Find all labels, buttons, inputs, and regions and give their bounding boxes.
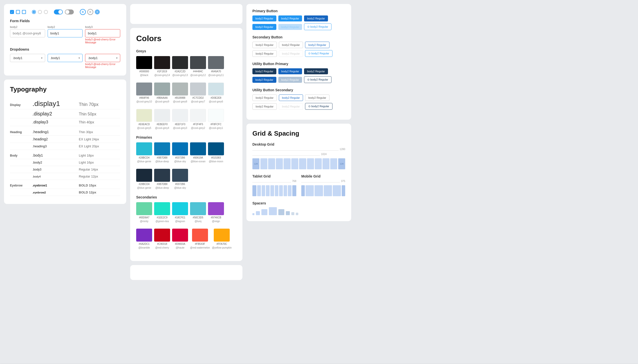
typography-title: Typography — [10, 86, 120, 93]
primary-btn-4[interactable]: body2 Regular — [252, 24, 276, 30]
primary-btn-1[interactable]: body2 Regular — [252, 16, 276, 22]
utility-primary-btn-2[interactable]: body2 Regular — [278, 68, 302, 74]
swatch-color-haute — [172, 228, 188, 242]
swatch-hex-turq: #50C3D5 — [193, 216, 203, 219]
swatch-name-watermelon: @red-watermelon — [190, 246, 210, 249]
input-field-1[interactable] — [10, 29, 45, 38]
toggle-off[interactable] — [65, 10, 74, 14]
ruler-label-768: 768 — [291, 180, 296, 182]
ruler-line-1280 — [252, 150, 345, 150]
swatch-hex-watermelon: #FB543F — [195, 242, 205, 245]
placeholder-card-bottom — [130, 265, 242, 280]
primary-btn-3[interactable]: body2 Regular — [304, 16, 328, 22]
checkbox-checked[interactable] — [10, 10, 14, 14]
swatch-name-blue-ocean: @blue-ocean — [191, 160, 206, 163]
greys-row-3: #E6EACD @cool-grey5 #EBEEF0 @cool-grey4 … — [136, 109, 236, 130]
utility-primary-btn-6[interactable]: ⊙ body2 Regular — [304, 76, 331, 83]
swatch-blue-deep: #0B7DB8 @blue-deep — [154, 142, 170, 163]
dropdown-2[interactable]: .body1 ▾ — [48, 54, 83, 62]
dropdown-3[interactable]: .body1 ▾ — [85, 54, 120, 62]
swatch-grey13: #2A2C2D @cool-grey13 — [172, 56, 188, 76]
utility-secondary-btn-1[interactable]: body2 Regular — [252, 94, 277, 101]
swatch-name-blue-sky: @blue-sky — [174, 160, 186, 163]
swatch-name-blue-sky-dark: @blue-sky — [174, 186, 186, 189]
secondary-btn-6[interactable]: ⊙ body2 Regular — [305, 50, 332, 57]
ruler-line-1024 — [252, 155, 327, 156]
type-name-heading3: .heading3 — [33, 144, 74, 148]
utility-secondary-btn-2[interactable]: body2 Regular — [279, 94, 303, 101]
swatch-color-grey14 — [154, 56, 170, 69]
radio-empty1[interactable] — [38, 10, 42, 14]
type-category-display: Display — [10, 103, 28, 107]
input-field-3-error[interactable] — [85, 29, 120, 38]
swatch-color-grey11 — [208, 56, 224, 69]
swatch-hex-grey4: #EBEEF0 — [157, 123, 168, 126]
dropdown-1[interactable]: .body1 ▾ — [10, 54, 45, 62]
swatch-hex-grey13: #2A2C2D — [175, 70, 185, 73]
swatch-color-blue-moon — [208, 142, 224, 155]
secondaries-row-2: #4A2DC1 @bramble #C90318 @red-cherry #D9… — [136, 228, 236, 249]
secondary-btn-4[interactable]: body2 Regular — [252, 50, 277, 57]
utility-secondary-btn-3[interactable]: body2 Regular — [305, 94, 329, 101]
secondary-btn-2[interactable]: body2 Regular — [279, 42, 303, 48]
utility-secondary-btn-4[interactable]: body2 Regular — [252, 103, 277, 110]
primary-btn-2[interactable]: body2 Regular — [278, 16, 302, 22]
mobile-col-1 — [306, 185, 314, 196]
toggle-on[interactable] — [54, 10, 63, 14]
swatch-name-blue-deep-dark: @blue-deep — [155, 186, 169, 189]
swatch-haute: #D9003A @haute — [172, 228, 188, 249]
greys-label: Greys — [136, 49, 236, 53]
chevron-down-icon-2: ▾ — [79, 56, 80, 59]
swatch-black: #000000 @black — [136, 56, 152, 76]
close-icon-blue[interactable]: ✕ — [80, 9, 86, 15]
swatch-hex-grey14: #1F1919 — [157, 70, 167, 73]
dropdowns-label: Dropdowns — [10, 47, 120, 51]
type-spec-body3: Regular 14px — [79, 168, 120, 171]
secondary-btn-1[interactable]: body2 Regular — [252, 42, 277, 48]
swatch-hex-green-tea: #1EE2C9 — [157, 216, 168, 219]
primary-btn-5[interactable]: body2 Regular — [278, 24, 302, 30]
type-spec-display1: Thin 70px — [79, 102, 120, 107]
input-group-1: body2 — [10, 26, 45, 44]
radio-checked[interactable] — [32, 10, 36, 14]
swatch-color-blue-sky — [172, 142, 188, 155]
utility-primary-btn-3[interactable]: body2 Regular — [304, 68, 328, 74]
swatch-name-bramble: @bramble — [138, 246, 150, 249]
swatch-red-cherry: #C90318 @red-cherry — [154, 228, 170, 249]
swatch-hex-blue-sky-dark: #0372B6 — [175, 183, 185, 186]
swatch-blue-genie-dark: #28BCD4 @blue-genie — [136, 169, 152, 189]
swatch-hex-reign: #9746CB — [211, 216, 221, 219]
mobile-grid-vis — [301, 185, 345, 196]
checkbox-square[interactable] — [22, 10, 26, 14]
swatch-grey7: #C7CDD2 @cool-grey7 — [190, 82, 206, 103]
secondary-btn-5[interactable]: body2 Regular — [279, 50, 303, 57]
swatch-color-reign — [208, 202, 224, 215]
swatch-name-grey2: @cool-grey2 — [191, 127, 205, 130]
swatch-hex-grey8: #B1B9B8 — [175, 96, 185, 99]
utility-secondary-btn-6[interactable]: ⊙ body2 Regular — [305, 103, 332, 110]
swatch-color-black — [136, 56, 152, 69]
ruler-label-1280: 1280 — [339, 148, 345, 150]
swatch-blue-ocean: #00619A @blue-ocean — [190, 142, 206, 163]
primary-btn-6[interactable]: ⊙ body2 Regular — [304, 24, 331, 30]
swatch-hex-grey2: #F2F4F5 — [193, 123, 203, 126]
chevron-down-icon-1: ▾ — [41, 56, 43, 59]
secondary-btn-3[interactable]: body2 Regular — [305, 42, 329, 48]
type-row-body2: .body2 Light 16px — [10, 159, 120, 166]
close-icon-gray[interactable]: ✕ — [87, 9, 93, 15]
swatch-name-grey5: @cool-grey5 — [137, 127, 151, 130]
secondary-btn-title: Secondary Button — [252, 35, 345, 39]
utility-primary-btn-1[interactable]: body2 Regular — [252, 68, 276, 74]
swatch-color-blue-deep-dark — [154, 169, 170, 182]
swatch-hex-blue-genie-dark: #28BCD4 — [139, 183, 149, 186]
utility-primary-btn-4[interactable]: body2 Regular — [252, 77, 276, 83]
swatch-color-grey8 — [172, 82, 188, 96]
primaries-label: Primaries — [136, 136, 236, 139]
dot-icon-blue[interactable] — [95, 10, 100, 14]
swatch-lagoon: #18CFE1 @lagoon — [172, 202, 188, 223]
radio-empty2[interactable] — [44, 10, 48, 14]
utility-secondary-btn-5[interactable]: body2 Regular — [279, 103, 303, 110]
utility-primary-btn-5[interactable]: body2 Regular — [278, 77, 302, 83]
checkbox-empty[interactable] — [16, 10, 20, 14]
input-field-2[interactable] — [48, 29, 83, 38]
